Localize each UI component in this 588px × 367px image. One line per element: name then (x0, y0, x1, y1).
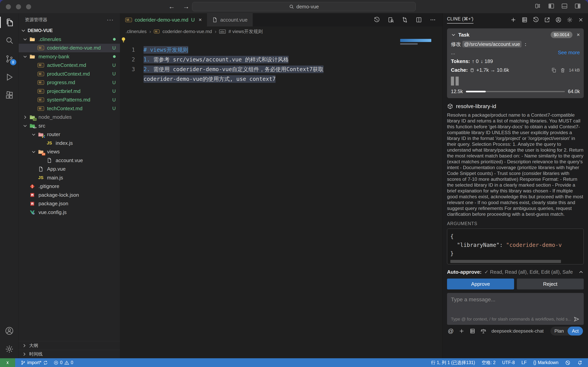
tree-item-vue.config.js[interactable]: vue.config.js (19, 208, 120, 217)
tree-item-coderider-demo-vue.md[interactable]: M↓coderider-demo-vue.mdU (19, 44, 120, 52)
zoom-window-button[interactable] (26, 4, 31, 9)
tree-item-systemPatterns.md[interactable]: M↓systemPatterns.mdU (19, 96, 120, 104)
tree-item-.clinerules[interactable]: .clinerules (19, 35, 120, 44)
remote-indicator[interactable] (0, 358, 15, 367)
git-branch-status[interactable]: import* (21, 360, 48, 365)
editor-line[interactable]: 32. 需使用 coderider-demo-vue自定义组件，务必使用Cont… (120, 65, 443, 74)
outline-section[interactable]: 大纲 (19, 341, 120, 350)
customize-layout-icon[interactable] (535, 3, 541, 9)
language-mode[interactable]: {} Markdown (533, 360, 558, 365)
tree-item-.gitignore[interactable]: .gitignore (19, 182, 120, 191)
file-mention-chip[interactable]: @/src/views/account.vue (462, 41, 521, 47)
open-external-icon[interactable] (544, 17, 550, 23)
explorer-more-icon[interactable]: ··· (107, 16, 114, 23)
workspace-root-folder[interactable]: DEMO-VUE (19, 26, 120, 35)
more-actions-icon[interactable] (430, 17, 436, 23)
mode-toggle[interactable]: Plan Act (550, 326, 583, 335)
breadcrumb-file[interactable]: coderider-demo-vue.md (162, 29, 212, 34)
open-preview-icon[interactable] (388, 17, 394, 23)
chevron-up-icon[interactable] (578, 269, 584, 275)
command-center-search[interactable]: demo-vue (192, 2, 416, 11)
trash-icon[interactable] (560, 67, 565, 73)
message-input[interactable]: Type a message... Type @ for context, / … (447, 293, 584, 325)
close-panel-icon[interactable] (578, 17, 584, 23)
plan-mode[interactable]: Plan (550, 328, 568, 334)
back-icon[interactable]: ← (168, 3, 175, 10)
encoding[interactable]: UTF-8 (502, 360, 515, 365)
arguments-code-block[interactable]: { "libraryName": "coderider-demo-v } (447, 229, 584, 264)
settings-gear-icon[interactable] (567, 17, 573, 23)
tree-item-projectbrief.md[interactable]: M↓projectbrief.mdU (19, 87, 120, 96)
cline-panel-title[interactable]: CLINE (⌘+') (447, 16, 473, 24)
add-context-icon[interactable] (459, 328, 464, 334)
tab-coderider-demo-vue-md[interactable]: M↓ coderider-demo-vue.md U × (120, 13, 207, 26)
tree-item-package-lock.json[interactable]: package-lock.json (19, 191, 120, 200)
eol-sequence[interactable]: LF (521, 360, 527, 365)
model-selector[interactable]: deepseek:deepseek-chat (491, 328, 544, 334)
notifications-bell-icon[interactable] (577, 360, 583, 366)
approve-button[interactable]: Approve (447, 279, 514, 289)
send-icon[interactable] (573, 316, 580, 323)
toggle-panel-icon[interactable] (561, 3, 568, 9)
editor-line[interactable]: 1# views开发规则 (120, 45, 443, 55)
tree-item-index.js[interactable]: JSindex.js (19, 139, 120, 148)
tree-item-account.vue[interactable]: account.vue (19, 156, 120, 165)
tree-item-node-modules[interactable]: JSnode_modules (19, 113, 120, 122)
reject-button[interactable]: Reject (517, 279, 584, 289)
run-debug-icon[interactable] (0, 68, 19, 86)
tree-item-router[interactable]: router (19, 130, 120, 139)
editor-line[interactable]: 21. 需参考 src/views/account.vue 的样式和设计风格 (120, 55, 443, 65)
mcp-servers-icon[interactable] (470, 328, 475, 334)
toggle-secondary-sidebar-icon[interactable] (574, 3, 581, 9)
account-icon[interactable] (555, 17, 562, 23)
history-icon[interactable] (533, 17, 539, 23)
problems-status[interactable]: 0 0 (53, 360, 73, 365)
compare-changes-icon[interactable] (402, 17, 408, 23)
timeline-section[interactable]: 时间线 (19, 350, 120, 358)
tree-item-activeContext.md[interactable]: M↓activeContext.mdU (19, 61, 120, 70)
breadcrumb-folder[interactable]: .clinerules (126, 29, 147, 34)
new-task-icon[interactable] (510, 17, 516, 23)
tree-item-src[interactable]: </>src (19, 122, 120, 130)
editor-line[interactable]: coderider-demo-vue的使用方式, use context7 (120, 74, 443, 84)
tree-item-views[interactable]: <>views (19, 148, 120, 156)
copy-icon[interactable] (551, 67, 556, 73)
close-task-icon[interactable]: × (577, 32, 580, 38)
split-editor-icon[interactable] (416, 17, 422, 23)
cursor-position[interactable]: 行 1, 列 1 (已选择131) (431, 360, 475, 366)
tree-item-techContext.md[interactable]: M↓techContext.mdU (19, 104, 120, 113)
tree-item-App.vue[interactable]: App.vue (19, 165, 120, 174)
close-tab-icon[interactable]: × (199, 17, 202, 23)
tree-item-main.js[interactable]: JSmain.js (19, 173, 120, 182)
account-icon[interactable] (0, 322, 19, 340)
mention-icon[interactable]: @ (448, 328, 454, 334)
horizontal-scrollbar[interactable] (450, 260, 561, 263)
mcp-servers-icon[interactable] (521, 17, 528, 23)
close-window-button[interactable] (6, 4, 11, 9)
copilot-disabled-icon[interactable] (565, 360, 571, 366)
see-more-link[interactable]: See more (558, 50, 580, 56)
breadcrumb-symbol[interactable]: # views开发规则 (228, 28, 263, 35)
rules-scales-icon[interactable] (480, 328, 486, 334)
act-mode[interactable]: Act (568, 326, 583, 335)
traffic-lights[interactable] (6, 4, 31, 9)
extensions-icon[interactable] (0, 86, 19, 105)
settings-gear-icon[interactable] (0, 340, 19, 358)
chevron-down-icon[interactable] (451, 32, 456, 37)
tree-item-package.json[interactable]: package.json (19, 200, 120, 208)
tree-item-productContext.md[interactable]: M↓productContext.mdU (19, 70, 120, 78)
minimap[interactable] (400, 39, 431, 45)
forward-icon[interactable]: → (183, 3, 189, 10)
source-control-icon[interactable]: 8 (0, 50, 19, 68)
lightbulb-icon[interactable] (120, 37, 127, 43)
tab-account-vue[interactable]: account.vue (207, 13, 253, 26)
toggle-primary-sidebar-icon[interactable] (548, 3, 554, 9)
timeline-history-icon[interactable] (374, 17, 380, 23)
explorer-icon[interactable] (0, 13, 19, 32)
auto-approve-bar[interactable]: Auto-approve: ✓ Read, Read (all), Edit, … (447, 269, 584, 275)
minimize-window-button[interactable] (16, 4, 21, 9)
indentation[interactable]: 空格: 2 (482, 360, 496, 366)
tree-item-progress.md[interactable]: M↓progress.mdU (19, 78, 120, 87)
search-icon[interactable] (0, 32, 19, 50)
editor-content[interactable]: 1# views开发规则21. 需参考 src/views/account.vu… (120, 37, 443, 358)
